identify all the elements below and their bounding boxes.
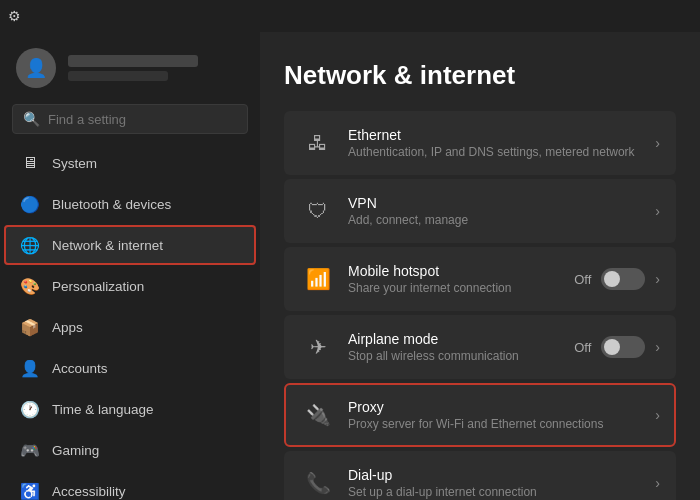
sidebar-item-accessibility[interactable]: ♿ Accessibility [4, 471, 256, 500]
sidebar-item-gaming[interactable]: 🎮 Gaming [4, 430, 256, 470]
settings-text-ethernet: Ethernet Authentication, IP and DNS sett… [348, 127, 655, 159]
chevron-icon-dialup: › [655, 475, 660, 491]
settings-desc-proxy: Proxy server for Wi-Fi and Ethernet conn… [348, 417, 655, 431]
settings-title-dialup: Dial-up [348, 467, 655, 483]
chevron-icon-proxy: › [655, 407, 660, 423]
settings-title-airplanemode: Airplane mode [348, 331, 574, 347]
settings-title-proxy: Proxy [348, 399, 655, 415]
nav-icon-network: 🌐 [20, 235, 40, 255]
settings-icon-airplanemode: ✈ [300, 329, 336, 365]
nav-icon-apps: 📦 [20, 317, 40, 337]
avatar: 👤 [16, 48, 56, 88]
user-profile[interactable]: 👤 [0, 32, 260, 100]
settings-right-proxy: › [655, 407, 660, 423]
toggle-label-mobilehotspot: Off [574, 272, 591, 287]
title-bar: ⚙ [0, 0, 700, 32]
nav-label-gaming: Gaming [52, 443, 240, 458]
settings-desc-airplanemode: Stop all wireless communication [348, 349, 574, 363]
settings-item-ethernet[interactable]: 🖧 Ethernet Authentication, IP and DNS se… [284, 111, 676, 175]
nav-label-bluetooth: Bluetooth & devices [52, 197, 240, 212]
settings-right-ethernet: › [655, 135, 660, 151]
nav-label-accounts: Accounts [52, 361, 240, 376]
nav-icon-accounts: 👤 [20, 358, 40, 378]
settings-title-ethernet: Ethernet [348, 127, 655, 143]
settings-right-dialup: › [655, 475, 660, 491]
sidebar: 👤 🔍 🖥 System 🔵 Bluetooth & devices 🌐 Net… [0, 32, 260, 500]
settings-item-dialup[interactable]: 📞 Dial-up Set up a dial-up internet conn… [284, 451, 676, 500]
settings-item-vpn[interactable]: 🛡 VPN Add, connect, manage › [284, 179, 676, 243]
user-name [68, 55, 198, 67]
settings-desc-ethernet: Authentication, IP and DNS settings, met… [348, 145, 655, 159]
nav-label-personalization: Personalization [52, 279, 240, 294]
settings-title-vpn: VPN [348, 195, 655, 211]
sidebar-item-bluetooth[interactable]: 🔵 Bluetooth & devices [4, 184, 256, 224]
settings-app-icon: ⚙ [8, 8, 21, 24]
settings-text-dialup: Dial-up Set up a dial-up internet connec… [348, 467, 655, 499]
nav-icon-bluetooth: 🔵 [20, 194, 40, 214]
sidebar-item-accounts[interactable]: 👤 Accounts [4, 348, 256, 388]
nav-label-accessibility: Accessibility [52, 484, 240, 499]
chevron-icon-vpn: › [655, 203, 660, 219]
chevron-icon-airplanemode: › [655, 339, 660, 355]
nav-list: 🖥 System 🔵 Bluetooth & devices 🌐 Network… [0, 142, 260, 500]
nav-icon-system: 🖥 [20, 153, 40, 173]
settings-text-proxy: Proxy Proxy server for Wi-Fi and Etherne… [348, 399, 655, 431]
app-body: 👤 🔍 🖥 System 🔵 Bluetooth & devices 🌐 Net… [0, 32, 700, 500]
title-bar-left: ⚙ [8, 8, 29, 24]
settings-desc-mobilehotspot: Share your internet connection [348, 281, 574, 295]
settings-icon-dialup: 📞 [300, 465, 336, 500]
search-input[interactable] [48, 112, 237, 127]
settings-icon-vpn: 🛡 [300, 193, 336, 229]
user-email [68, 71, 168, 81]
maximize-button[interactable] [600, 0, 646, 32]
sidebar-item-system[interactable]: 🖥 System [4, 143, 256, 183]
nav-icon-accessibility: ♿ [20, 481, 40, 500]
title-bar-controls [554, 0, 692, 32]
nav-label-system: System [52, 156, 240, 171]
settings-icon-mobilehotspot: 📶 [300, 261, 336, 297]
settings-right-mobilehotspot: Off › [574, 268, 660, 290]
search-icon: 🔍 [23, 111, 40, 127]
settings-item-airplanemode[interactable]: ✈ Airplane mode Stop all wireless commun… [284, 315, 676, 379]
toggle-mobilehotspot[interactable] [601, 268, 645, 290]
nav-label-network: Network & internet [52, 238, 240, 253]
toggle-label-airplanemode: Off [574, 340, 591, 355]
settings-item-proxy[interactable]: 🔌 Proxy Proxy server for Wi-Fi and Ether… [284, 383, 676, 447]
settings-icon-ethernet: 🖧 [300, 125, 336, 161]
sidebar-item-time[interactable]: 🕐 Time & language [4, 389, 256, 429]
close-button[interactable] [646, 0, 692, 32]
page-title: Network & internet [284, 60, 676, 91]
search-box[interactable]: 🔍 [12, 104, 248, 134]
settings-text-airplanemode: Airplane mode Stop all wireless communic… [348, 331, 574, 363]
settings-title-mobilehotspot: Mobile hotspot [348, 263, 574, 279]
chevron-icon-ethernet: › [655, 135, 660, 151]
toggle-airplanemode[interactable] [601, 336, 645, 358]
settings-list: 🖧 Ethernet Authentication, IP and DNS se… [284, 111, 676, 500]
settings-desc-vpn: Add, connect, manage [348, 213, 655, 227]
minimize-button[interactable] [554, 0, 600, 32]
settings-right-airplanemode: Off › [574, 336, 660, 358]
nav-icon-time: 🕐 [20, 399, 40, 419]
nav-label-time: Time & language [52, 402, 240, 417]
sidebar-item-personalization[interactable]: 🎨 Personalization [4, 266, 256, 306]
settings-icon-proxy: 🔌 [300, 397, 336, 433]
settings-text-mobilehotspot: Mobile hotspot Share your internet conne… [348, 263, 574, 295]
settings-desc-dialup: Set up a dial-up internet connection [348, 485, 655, 499]
nav-icon-gaming: 🎮 [20, 440, 40, 460]
nav-icon-personalization: 🎨 [20, 276, 40, 296]
settings-item-mobilehotspot[interactable]: 📶 Mobile hotspot Share your internet con… [284, 247, 676, 311]
settings-right-vpn: › [655, 203, 660, 219]
sidebar-item-apps[interactable]: 📦 Apps [4, 307, 256, 347]
nav-label-apps: Apps [52, 320, 240, 335]
sidebar-item-network[interactable]: 🌐 Network & internet [4, 225, 256, 265]
settings-text-vpn: VPN Add, connect, manage [348, 195, 655, 227]
user-info [68, 55, 198, 81]
chevron-icon-mobilehotspot: › [655, 271, 660, 287]
content-area: Network & internet 🖧 Ethernet Authentica… [260, 32, 700, 500]
